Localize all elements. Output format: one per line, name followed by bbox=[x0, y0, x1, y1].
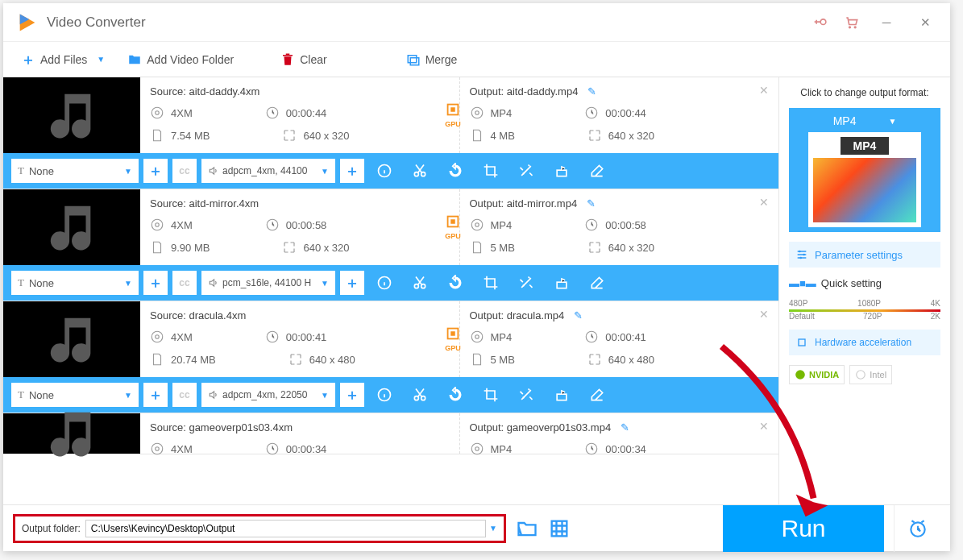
add-folder-label: Add Video Folder bbox=[147, 53, 234, 66]
add-subtitle-button[interactable]: ＋ bbox=[143, 383, 168, 407]
parameter-settings-button[interactable]: Parameter settings bbox=[789, 242, 940, 268]
add-audio-button[interactable]: ＋ bbox=[340, 271, 364, 295]
edit-icon[interactable] bbox=[582, 159, 612, 183]
svg-rect-50 bbox=[552, 521, 567, 536]
watermark-icon[interactable] bbox=[546, 383, 577, 407]
dimensions-icon bbox=[282, 240, 297, 255]
dimensions-icon bbox=[288, 352, 303, 367]
output-duration: 00:00:44 bbox=[605, 107, 646, 119]
cut-icon[interactable] bbox=[405, 159, 435, 183]
edit-icon[interactable]: ✎ bbox=[587, 197, 596, 209]
thumbnail[interactable] bbox=[3, 413, 140, 454]
open-folder-icon[interactable] bbox=[516, 517, 538, 540]
remove-item-button[interactable]: ✕ bbox=[759, 84, 769, 97]
crop-icon[interactable] bbox=[475, 271, 506, 295]
output-folder-input[interactable] bbox=[85, 520, 486, 537]
svg-point-2 bbox=[152, 107, 163, 118]
quality-slider[interactable]: 480P1080P4K Default720P2K bbox=[789, 299, 940, 320]
thumbnail[interactable] bbox=[3, 77, 140, 153]
crop-icon[interactable] bbox=[475, 159, 506, 183]
svg-point-18 bbox=[475, 223, 479, 227]
subtitle-selector[interactable]: TNone▼ bbox=[11, 159, 139, 183]
remove-item-button[interactable]: ✕ bbox=[759, 308, 769, 321]
cc-button[interactable]: cc bbox=[172, 159, 197, 183]
output-duration: 00:00:58 bbox=[605, 219, 646, 231]
watermark-icon[interactable] bbox=[546, 271, 577, 295]
cc-button[interactable]: cc bbox=[172, 383, 197, 407]
add-files-button[interactable]: ＋ Add Files ▼ bbox=[13, 47, 113, 73]
add-subtitle-button[interactable]: ＋ bbox=[143, 271, 168, 295]
info-icon[interactable] bbox=[369, 271, 400, 295]
svg-rect-47 bbox=[799, 339, 805, 346]
minimize-button[interactable]: ─ bbox=[874, 10, 899, 35]
clear-label: Clear bbox=[300, 53, 326, 66]
cut-icon[interactable] bbox=[405, 271, 435, 295]
add-audio-button[interactable]: ＋ bbox=[340, 383, 364, 407]
edit-icon[interactable] bbox=[582, 271, 612, 295]
subtitle-selector[interactable]: TNone▼ bbox=[11, 383, 139, 407]
file-icon bbox=[470, 352, 484, 367]
source-format: 4XM bbox=[171, 219, 193, 231]
schedule-button[interactable] bbox=[894, 505, 940, 552]
remove-item-button[interactable]: ✕ bbox=[759, 196, 769, 209]
chevron-down-icon[interactable]: ▼ bbox=[97, 55, 105, 64]
crop-icon[interactable] bbox=[475, 383, 506, 407]
disc-icon bbox=[150, 106, 164, 120]
source-resolution: 640 x 480 bbox=[309, 354, 355, 366]
output-folder-field[interactable]: Output folder: ▼ bbox=[13, 514, 506, 543]
merge-label: Merge bbox=[425, 53, 458, 66]
effects-icon[interactable] bbox=[511, 383, 542, 407]
key-icon[interactable] bbox=[813, 15, 829, 31]
chip-icon bbox=[795, 336, 808, 349]
cc-button[interactable]: cc bbox=[172, 271, 197, 295]
merge-button[interactable]: Merge bbox=[398, 49, 466, 70]
effects-icon[interactable] bbox=[511, 159, 542, 183]
thumbnail[interactable] bbox=[3, 189, 140, 265]
watermark-icon[interactable] bbox=[546, 159, 577, 183]
file-icon bbox=[150, 240, 164, 255]
disc-icon bbox=[470, 218, 484, 232]
edit-icon[interactable]: ✎ bbox=[587, 85, 596, 97]
disc-icon bbox=[150, 330, 164, 344]
cut-icon[interactable] bbox=[405, 383, 435, 407]
edit-icon[interactable]: ✎ bbox=[574, 309, 583, 321]
clock-icon bbox=[265, 218, 280, 232]
hardware-accel-toggle[interactable]: Hardware acceleration bbox=[789, 330, 940, 355]
file-icon bbox=[150, 128, 164, 143]
add-subtitle-button[interactable]: ＋ bbox=[143, 159, 168, 183]
output-format-selector[interactable]: MP4▼ MP4 bbox=[789, 108, 940, 232]
edit-icon[interactable] bbox=[582, 383, 612, 407]
output-resolution: 640 x 480 bbox=[608, 354, 654, 366]
rotate-icon[interactable] bbox=[440, 383, 471, 407]
audio-selector[interactable]: adpcm_4xm, 44100▼ bbox=[201, 159, 335, 183]
audio-selector[interactable]: pcm_s16le, 44100 H▼ bbox=[201, 271, 335, 295]
run-button[interactable]: Run bbox=[723, 505, 884, 552]
effects-icon[interactable] bbox=[511, 271, 542, 295]
file-item: Source: aitd-daddy.4xm 4XM 00:00:44 7.54… bbox=[3, 77, 778, 189]
chevron-down-icon[interactable]: ▼ bbox=[489, 524, 497, 533]
source-name: Source: aitd-daddy.4xm bbox=[150, 85, 450, 97]
close-button[interactable]: ✕ bbox=[913, 10, 937, 35]
rotate-icon[interactable] bbox=[440, 159, 471, 183]
cart-icon[interactable] bbox=[844, 15, 860, 31]
info-icon[interactable] bbox=[369, 383, 400, 407]
remove-item-button[interactable]: ✕ bbox=[759, 420, 769, 433]
clear-button[interactable]: Clear bbox=[272, 49, 334, 70]
edit-icon[interactable]: ✎ bbox=[621, 421, 629, 433]
audio-selector[interactable]: adpcm_4xm, 22050▼ bbox=[201, 383, 335, 407]
rotate-icon[interactable] bbox=[440, 271, 471, 295]
app-logo bbox=[16, 11, 39, 34]
output-name: Output: aitd-mirror.mp4 ✎ bbox=[470, 197, 770, 209]
source-format: 4XM bbox=[171, 443, 193, 455]
thumbnail[interactable] bbox=[3, 301, 140, 377]
subtitle-selector[interactable]: TNone▼ bbox=[11, 271, 139, 295]
sidebar: Click to change output format: MP4▼ MP4 … bbox=[779, 77, 950, 504]
info-icon[interactable] bbox=[369, 159, 400, 183]
footer: Output folder: ▼ Run bbox=[3, 504, 950, 551]
film-icon[interactable] bbox=[548, 517, 571, 540]
add-folder-button[interactable]: Add Video Folder bbox=[119, 49, 242, 70]
output-size: 5 MB bbox=[491, 354, 515, 366]
add-audio-button[interactable]: ＋ bbox=[340, 159, 364, 183]
dimensions-icon bbox=[587, 240, 602, 255]
clock-icon bbox=[265, 106, 280, 120]
